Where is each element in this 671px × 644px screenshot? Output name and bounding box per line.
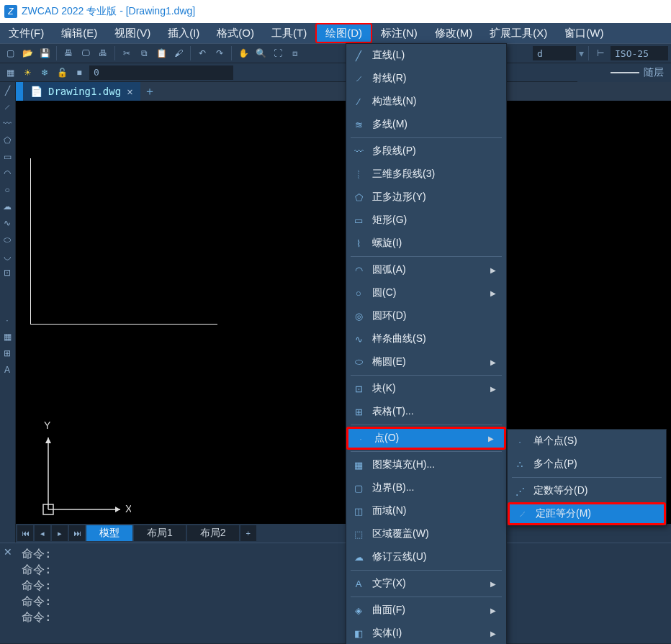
window-title: ZWCAD 2022 专业版 - [Drawing1.dwg] [22,5,195,18]
zoom-extents-icon[interactable]: ⛶ [271,46,285,60]
draw-menu-item-donut[interactable]: ◎圆环(D) [346,304,506,327]
layer-on-icon[interactable]: ☀ [20,65,35,80]
menu-window[interactable]: 窗口(W) [556,23,612,43]
save-icon[interactable]: 💾 [37,46,52,60]
circle-tool-icon[interactable]: ○ [0,183,14,197]
draw-menu-item-region[interactable]: ◫面域(N) [346,499,506,522]
copy-icon[interactable]: ⧉ [137,46,151,60]
document-tab[interactable]: 📄 Drawing1.dwg ✕ [23,82,140,101]
tab-prev-icon[interactable]: ◂ [35,525,50,541]
menu-draw[interactable]: 绘图(D) [315,23,372,43]
line-tool-icon[interactable]: ╱ [0,83,14,98]
draw-menu-item-point[interactable]: ·点(O)▶ [346,427,506,450]
cut-icon[interactable]: ✂ [120,46,134,60]
ellipsearc-tool-icon[interactable]: ◡ [0,249,14,263]
draw-menu-item-surface[interactable]: ◈曲面(F)▶ [346,599,506,622]
close-icon[interactable]: ✕ [127,86,132,97]
preview-icon[interactable]: 🖵 [78,46,93,60]
menu-view[interactable]: 视图(V) [106,23,159,43]
ellipse-tool-icon[interactable]: ⬭ [0,232,14,247]
cmd-close-icon[interactable]: ✕ [0,543,16,643]
layer-combo[interactable]: 0 [89,65,233,80]
draw-menu-item-revcloud[interactable]: ☁修订云线(U) [346,545,506,568]
pline-tool-icon[interactable]: 〰 [0,117,14,131]
add-tab-button[interactable]: ＋ [140,82,159,101]
command-history[interactable]: 命令: 命令: 命令: 命令: 命令: [16,543,671,643]
block-tool-icon[interactable]: ⊡ [0,266,14,280]
bylayer-label[interactable]: 随层 [644,66,664,79]
zoom-icon[interactable]: 🔍 [253,46,268,60]
pan-icon[interactable]: ✋ [236,46,251,60]
draw-menu-item-hatch[interactable]: ▦图案填充(H)... [346,453,506,476]
draw-menu-item-mline[interactable]: ≋多线(M) [346,113,506,136]
layer-freeze-icon[interactable]: ❄ [37,65,52,80]
polygon-tool-icon[interactable]: ⬠ [0,133,14,148]
layer-props-icon[interactable]: ▦ [3,65,17,80]
draw-menu-item-boundary[interactable]: ▢边界(B)... [346,476,506,499]
point-submenu-item-pts[interactable]: ∴多个点(P) [508,453,666,476]
submenu-arrow-icon: ▶ [490,266,496,274]
zoom-win-icon[interactable]: ⧈ [288,46,302,60]
draw-menu-item-table[interactable]: ⊞表格(T)... [346,400,506,423]
point-submenu-item-pt[interactable]: ·单个点(S) [508,430,666,453]
draw-menu-item-3dpoly[interactable]: ⦚三维多段线(3) [346,163,506,186]
model-tab[interactable]: 模型 [86,525,132,541]
revcloud-tool-icon[interactable]: ☁ [0,199,14,214]
menu-format[interactable]: 格式(O) [208,23,263,43]
menu-edit[interactable]: 编辑(E) [53,23,106,43]
new-icon[interactable]: ▢ [3,46,17,60]
tab-last-icon[interactable]: ⏭ [69,525,85,541]
command-area: ✕ 命令: 命令: 命令: 命令: 命令: [0,543,671,643]
linetype-combo[interactable]: d [533,46,576,60]
table-tool-icon[interactable]: ⊞ [0,346,14,360]
draw-menu-item-ellipse[interactable]: ⬭椭圆(E)▶ [346,350,506,373]
layer-lock-icon[interactable]: 🔓 [55,65,69,80]
layout2-tab[interactable]: 布局2 [187,525,239,541]
match-icon[interactable]: 🖌 [171,46,186,60]
rect-tool-icon[interactable]: ▭ [0,150,14,164]
publish-icon[interactable]: 🖷 [96,46,110,60]
draw-menu-item-spline[interactable]: ∿样条曲线(S) [346,327,506,350]
hatch-tool-icon[interactable]: ▦ [0,330,14,344]
menu-tools[interactable]: 工具(T) [263,23,315,43]
draw-menu-item-text[interactable]: A文字(X)▶ [346,572,506,595]
point-submenu-item-measure[interactable]: ⟋定距等分(M) [508,502,666,525]
dim-icon[interactable]: ⊢ [593,46,608,60]
menu-modify[interactable]: 修改(M) [426,23,482,43]
undo-icon[interactable]: ↶ [195,46,210,60]
draw-menu-item-ray[interactable]: ⟋射线(R) [346,67,506,90]
draw-menu-item-polygon[interactable]: ⬠正多边形(Y) [346,186,506,209]
print-icon[interactable]: 🖶 [61,46,76,60]
menu-file[interactable]: 文件(F) [0,23,53,43]
arc-tool-icon[interactable]: ◠ [0,166,14,181]
draw-menu-item-wipeout[interactable]: ⬚区域覆盖(W) [346,522,506,545]
draw-menu-item-solid[interactable]: ◧实体(I)▶ [346,622,506,644]
draw-menu-item-line[interactable]: ╱直线(L) [346,44,506,67]
menu-express[interactable]: 扩展工具(X) [481,23,556,43]
draw-menu-item-rect[interactable]: ▭矩形(G) [346,209,506,232]
spline-tool-icon[interactable]: ∿ [0,216,14,230]
paste-icon[interactable]: 📋 [154,46,168,60]
text-tool-icon[interactable]: A [0,363,14,377]
menu-dimension[interactable]: 标注(N) [372,23,426,43]
draw-menu-item-xline[interactable]: ∕构造线(N) [346,90,506,113]
draw-menu-item-pline[interactable]: 〰多段线(P) [346,140,506,163]
menu-insert[interactable]: 插入(I) [159,23,208,43]
dimstyle-combo[interactable]: ISO-25 [611,46,668,60]
layer-color-icon[interactable]: ■ [72,65,86,80]
doctab-handle[interactable] [16,82,23,101]
draw-menu-item-block[interactable]: ⊡块(K)▶ [346,377,506,400]
add-layout-icon[interactable]: + [240,525,256,541]
point-tool-icon[interactable]: · [0,313,14,327]
open-icon[interactable]: 📂 [20,46,35,60]
draw-menu-item-spiral[interactable]: ⌇螺旋(I) [346,232,506,255]
point-submenu-item-divide[interactable]: ⋰定数等分(D) [508,479,666,502]
redo-icon[interactable]: ↷ [212,46,227,60]
tab-first-icon[interactable]: ⏮ [17,525,33,541]
draw-menu-item-circle[interactable]: ○圆(C)▶ [346,281,506,304]
draw-menu-item-arc[interactable]: ◠圆弧(A)▶ [346,258,506,281]
layout1-tab[interactable]: 布局1 [134,525,186,541]
menu-item-label: 三维多段线(3) [372,168,496,181]
xline-tool-icon[interactable]: ⟋ [0,100,14,114]
tab-next-icon[interactable]: ▸ [52,525,68,541]
